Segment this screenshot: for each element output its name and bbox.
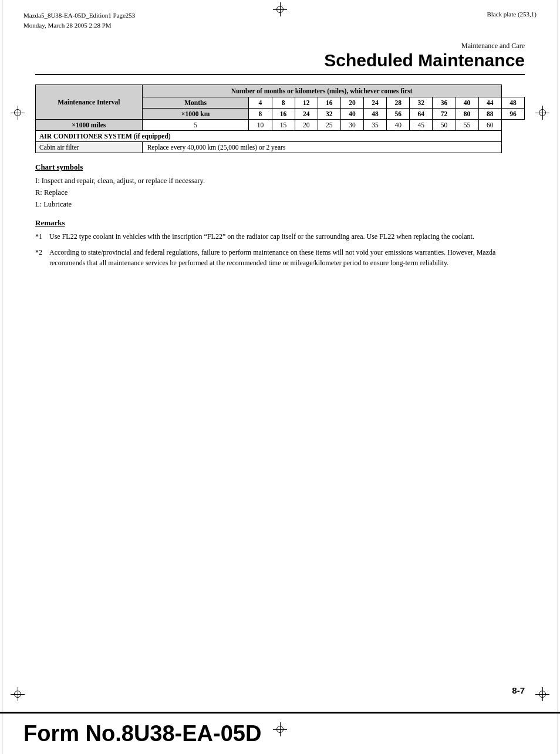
month-44: 44 — [478, 97, 501, 109]
interval-header: Maintenance Interval — [36, 85, 143, 120]
remark-1-text: Use FL22 type coolant in vehicles with t… — [49, 231, 525, 242]
crosshair-bottom-left — [11, 687, 25, 701]
miles-55: 55 — [456, 120, 478, 131]
month-40: 40 — [456, 97, 478, 109]
miles-50: 50 — [433, 120, 456, 131]
miles-30: 30 — [340, 120, 363, 131]
crosshair-left — [11, 106, 25, 120]
miles-25: 25 — [318, 120, 340, 131]
chart-symbols-heading: Chart symbols — [35, 163, 525, 172]
form-number: Form No.8U38-EA-05D — [23, 721, 261, 746]
bottom-bar: Form No.8U38-EA-05D — [0, 712, 560, 754]
remark-1-marker: *1 — [35, 231, 47, 242]
miles-60: 60 — [478, 120, 501, 131]
month-20: 20 — [340, 97, 363, 109]
month-4: 4 — [249, 97, 272, 109]
month-8: 8 — [272, 97, 295, 109]
km-16: 16 — [272, 109, 295, 120]
km-88: 88 — [478, 109, 501, 120]
page-number: 8-7 — [512, 685, 525, 695]
miles-40: 40 — [387, 120, 410, 131]
month-32: 32 — [410, 97, 433, 109]
page-container: Mazda5_8U38-EA-05D_Edition1 Page253 Mond… — [0, 0, 560, 754]
km-32: 32 — [318, 109, 340, 120]
chart-symbols: Chart symbols I: Inspect and repair, cle… — [35, 163, 525, 210]
km-40: 40 — [340, 109, 363, 120]
miles-45: 45 — [410, 120, 433, 131]
section-category: Maintenance and Care — [35, 42, 525, 50]
remarks-heading: Remarks — [35, 218, 525, 228]
miles-35: 35 — [364, 120, 387, 131]
crosshair-top-center — [273, 2, 287, 16]
months-label: Months — [142, 97, 249, 109]
cabin-filter-label: Cabin air filter — [36, 142, 143, 153]
km-64: 64 — [410, 109, 433, 120]
miles-15: 15 — [272, 120, 295, 131]
month-12: 12 — [295, 97, 318, 109]
remarks-list: *1 Use FL22 type coolant in vehicles wit… — [35, 231, 525, 269]
km-72: 72 — [433, 109, 456, 120]
km-48: 48 — [364, 109, 387, 120]
month-48: 48 — [501, 97, 524, 109]
section-title: Scheduled Maintenance — [35, 50, 525, 70]
right-border — [558, 0, 560, 754]
doc-info-line2: Monday, March 28 2005 2:28 PM — [23, 21, 135, 31]
month-36: 36 — [433, 97, 456, 109]
crosshair-right — [535, 106, 549, 120]
section-header: Maintenance and Care Scheduled Maintenan… — [35, 42, 525, 70]
air-conditioner-section: AIR CONDITIONER SYSTEM (if equipped) — [36, 131, 502, 142]
km-80: 80 — [456, 109, 478, 120]
plate-info: Black plate (253,1) — [487, 11, 537, 18]
maintenance-table: Maintenance Interval Number of months or… — [35, 84, 525, 153]
km-24: 24 — [295, 109, 318, 120]
chart-symbols-line1: I: Inspect and repair, clean, adjust, or… — [35, 175, 525, 187]
remark-2-text: According to state/provincial and federa… — [49, 247, 525, 269]
month-16: 16 — [318, 97, 340, 109]
remark-2: *2 According to state/provincial and fed… — [35, 247, 525, 269]
km-8: 8 — [249, 109, 272, 120]
crosshair-bottom-right — [535, 687, 549, 701]
km-96: 96 — [501, 109, 524, 120]
miles-5: 5 — [142, 120, 249, 131]
remarks: Remarks *1 Use FL22 type coolant in vehi… — [35, 218, 525, 269]
km-label: ×1000 km — [142, 109, 249, 120]
miles-10: 10 — [249, 120, 272, 131]
chart-symbols-line2: R: Replace — [35, 187, 525, 198]
month-28: 28 — [387, 97, 410, 109]
miles-label: ×1000 miles — [36, 120, 143, 131]
main-header: Number of months or kilometers (miles), … — [142, 85, 501, 97]
month-24: 24 — [364, 97, 387, 109]
cabin-filter-value: Replace every 40,000 km (25,000 miles) o… — [142, 142, 501, 153]
remark-2-marker: *2 — [35, 247, 47, 269]
chart-symbols-line3: L: Lubricate — [35, 198, 525, 210]
top-left-info: Mazda5_8U38-EA-05D_Edition1 Page253 Mond… — [23, 11, 135, 30]
remark-1: *1 Use FL22 type coolant in vehicles wit… — [35, 231, 525, 242]
miles-20: 20 — [295, 120, 318, 131]
divider — [35, 74, 525, 75]
main-content: Maintenance and Care Scheduled Maintenan… — [0, 36, 560, 285]
km-56: 56 — [387, 109, 410, 120]
left-border — [0, 0, 2, 754]
doc-info-line1: Mazda5_8U38-EA-05D_Edition1 Page253 — [23, 11, 135, 21]
